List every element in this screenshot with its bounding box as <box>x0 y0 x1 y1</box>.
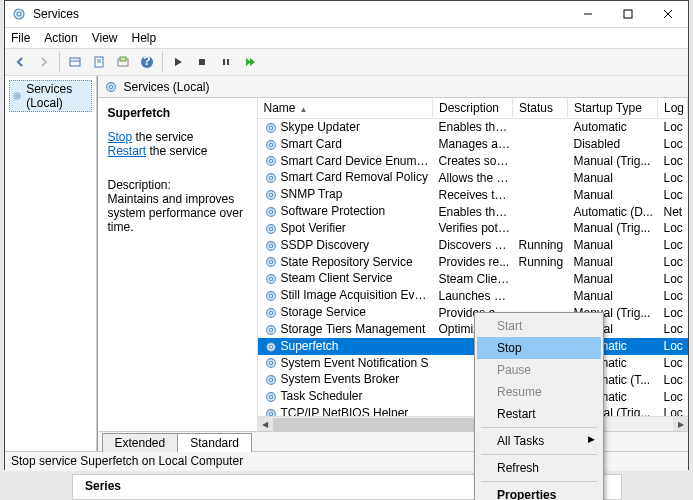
titlebar[interactable]: Services <box>5 1 688 28</box>
inner-header: Services (Local) <box>98 76 689 98</box>
svg-point-38 <box>269 227 273 231</box>
horizontal-scrollbar[interactable]: ◀ ▶ <box>258 416 689 431</box>
svg-point-32 <box>269 177 273 181</box>
maximize-button[interactable] <box>608 1 648 27</box>
table-row[interactable]: System Event Notification SAutomaticLoc <box>258 355 688 372</box>
menubar: File Action View Help <box>5 28 688 48</box>
svg-point-1 <box>17 12 21 16</box>
col-logon[interactable]: Log <box>658 98 688 119</box>
table-row[interactable]: Software ProtectionEnables the ...Automa… <box>258 203 688 220</box>
svg-point-22 <box>16 95 19 98</box>
svg-point-44 <box>269 278 273 282</box>
svg-rect-17 <box>223 59 225 65</box>
ctx-pause: Pause <box>477 359 601 381</box>
properties-button[interactable] <box>88 51 110 73</box>
svg-point-26 <box>269 126 273 130</box>
table-row[interactable]: SSDP DiscoveryDiscovers n...RunningManua… <box>258 237 688 254</box>
context-menu: Start Stop Pause Resume Restart All Task… <box>474 312 604 500</box>
sort-asc-icon: ▲ <box>300 105 308 114</box>
col-description[interactable]: Description <box>433 98 513 119</box>
svg-point-56 <box>269 379 273 383</box>
window-title: Services <box>33 7 568 21</box>
svg-point-58 <box>269 395 273 399</box>
stop-button[interactable] <box>191 51 213 73</box>
minimize-button[interactable] <box>568 1 608 27</box>
show-hide-button[interactable] <box>64 51 86 73</box>
ctx-properties[interactable]: Properties <box>477 484 601 500</box>
tree-item-services-local[interactable]: Services (Local) <box>9 80 92 112</box>
close-button[interactable] <box>648 1 688 27</box>
svg-point-30 <box>269 160 273 164</box>
menu-file[interactable]: File <box>11 31 30 45</box>
menu-view[interactable]: View <box>92 31 118 45</box>
svg-text:?: ? <box>143 55 150 68</box>
svg-point-40 <box>269 244 273 248</box>
table-row[interactable]: Storage Tiers ManagementOptimizes t...Ma… <box>258 321 688 338</box>
ctx-stop[interactable]: Stop <box>477 337 601 359</box>
table-row[interactable]: SNMP TrapReceives tra...ManualLoc <box>258 186 688 203</box>
ctx-start: Start <box>477 315 601 337</box>
ctx-all-tasks[interactable]: All Tasks▶ <box>477 430 601 452</box>
pause-button[interactable] <box>215 51 237 73</box>
scroll-right-icon[interactable]: ▶ <box>673 417 688 432</box>
description-text: Maintains and improves system performanc… <box>108 192 247 234</box>
svg-rect-6 <box>70 58 80 66</box>
service-list[interactable]: Name▲ Description Status Startup Type Lo… <box>258 98 689 431</box>
ctx-resume: Resume <box>477 381 601 403</box>
restart-link[interactable]: Restart <box>108 144 147 158</box>
svg-point-42 <box>269 261 273 265</box>
col-name[interactable]: Name▲ <box>258 98 433 119</box>
help-button[interactable]: ? <box>136 51 158 73</box>
toolbar: ? <box>5 48 688 76</box>
service-title: Superfetch <box>108 106 247 120</box>
svg-marker-15 <box>175 58 182 66</box>
table-row[interactable]: Spot VerifierVerifies pote...Manual (Tri… <box>258 220 688 237</box>
table-row[interactable]: Smart Card Device Enumera...Creates soft… <box>258 153 688 170</box>
description-label: Description: <box>108 178 247 192</box>
back-button[interactable] <box>9 51 31 73</box>
svg-rect-18 <box>227 59 229 65</box>
col-status[interactable]: Status <box>513 98 568 119</box>
svg-rect-16 <box>199 59 205 65</box>
menu-help[interactable]: Help <box>132 31 157 45</box>
menu-action[interactable]: Action <box>44 31 77 45</box>
detail-panel: Superfetch Stop the service Restart the … <box>98 98 258 431</box>
export-button[interactable] <box>112 51 134 73</box>
tree-panel: Services (Local) <box>5 76 97 451</box>
table-row[interactable]: Storage ServiceProvides en...Manual (Tri… <box>258 304 688 321</box>
forward-button[interactable] <box>33 51 55 73</box>
inner-header-label: Services (Local) <box>124 80 210 94</box>
svg-point-36 <box>269 210 273 214</box>
table-row[interactable]: Skype UpdaterEnables the ...AutomaticLoc <box>258 119 688 136</box>
svg-point-46 <box>269 294 273 298</box>
table-row[interactable]: Task SchedulerAutomaticLoc <box>258 388 688 405</box>
stop-link[interactable]: Stop <box>108 130 133 144</box>
tab-extended[interactable]: Extended <box>102 433 179 452</box>
svg-rect-3 <box>624 10 632 18</box>
restart-button[interactable] <box>239 51 261 73</box>
svg-rect-12 <box>120 57 126 61</box>
table-row[interactable]: System Events BrokerAutomatic (T...Loc <box>258 371 688 388</box>
scroll-left-icon[interactable]: ◀ <box>258 417 273 432</box>
tree-item-label: Services (Local) <box>26 82 88 110</box>
svg-point-52 <box>269 345 273 349</box>
ctx-restart[interactable]: Restart <box>477 403 601 425</box>
svg-marker-20 <box>250 58 255 66</box>
svg-point-48 <box>269 311 273 315</box>
svg-point-54 <box>269 362 273 366</box>
play-button[interactable] <box>167 51 189 73</box>
svg-point-34 <box>269 193 273 197</box>
table-row[interactable]: Smart Card Removal PolicyAllows the s...… <box>258 169 688 186</box>
table-row[interactable]: Steam Client ServiceSteam Clien...Manual… <box>258 270 688 287</box>
table-row[interactable]: Smart CardManages ac...DisabledLoc <box>258 136 688 153</box>
svg-point-28 <box>269 143 273 147</box>
chevron-right-icon: ▶ <box>588 434 595 444</box>
tab-standard[interactable]: Standard <box>177 433 252 452</box>
table-row[interactable]: SuperfetchAutomaticLoc <box>258 338 688 355</box>
col-startup[interactable]: Startup Type <box>568 98 658 119</box>
table-row[interactable]: State Repository ServiceProvides re...Ru… <box>258 254 688 271</box>
services-icon <box>11 6 27 22</box>
gear-icon <box>104 80 118 94</box>
table-row[interactable]: Still Image Acquisition EventsLaunches a… <box>258 287 688 304</box>
ctx-refresh[interactable]: Refresh <box>477 457 601 479</box>
